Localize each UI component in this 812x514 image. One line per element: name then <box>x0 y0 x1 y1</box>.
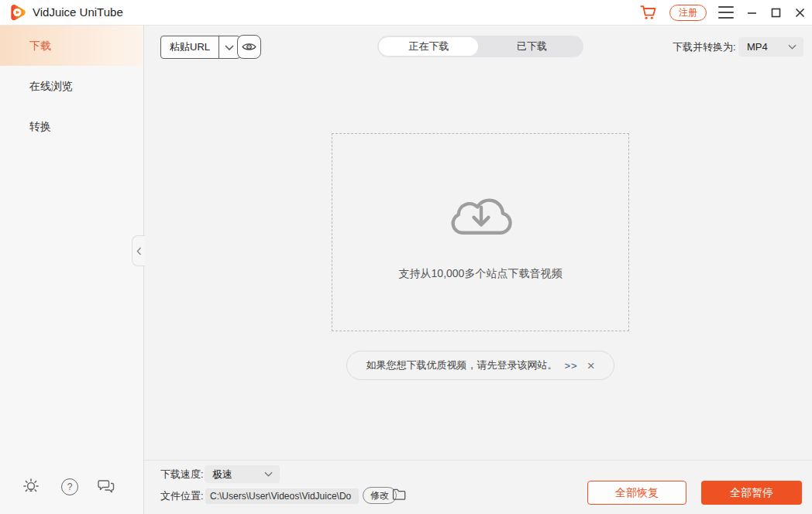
cloud-download-icon <box>441 187 521 248</box>
help-glyph: ? <box>67 481 73 492</box>
sidebar-collapse-handle[interactable] <box>132 235 145 266</box>
open-folder-icon[interactable] <box>392 488 406 503</box>
notice-text: 如果您想下载优质视频，请先登录该网站。 <box>366 358 557 372</box>
resume-all-button[interactable]: 全部恢复 <box>587 481 686 505</box>
file-location-field[interactable]: C:\Users\User\Videos\VidJuice\Do <box>205 488 359 504</box>
sidebar-item-download[interactable]: 下载 <box>0 26 143 66</box>
dropzone: 支持从10,000多个站点下载音视频 <box>332 133 629 331</box>
paste-url-label: 粘贴URL <box>161 36 218 58</box>
sidebar-item-convert[interactable]: 转换 <box>0 106 143 146</box>
download-speed-label: 下载速度: <box>160 465 204 483</box>
help-icon[interactable]: ? <box>61 478 78 495</box>
store-cart-icon[interactable] <box>639 4 658 21</box>
sidebar: 下载 在线浏览 转换 <box>0 26 144 514</box>
title-bar: VidJuice UniTube 注册 <box>0 0 812 26</box>
hamburger-menu-icon[interactable] <box>718 5 734 19</box>
register-button[interactable]: 注册 <box>669 5 707 21</box>
pause-all-button[interactable]: 全部暂停 <box>701 481 802 505</box>
paste-url-button[interactable]: 粘贴URL <box>160 36 240 59</box>
maximize-button[interactable] <box>769 6 782 19</box>
preview-eye-button[interactable] <box>237 35 261 59</box>
minimize-button[interactable] <box>745 6 758 19</box>
convert-to-label: 下载并转换为: <box>673 36 736 57</box>
download-speed-select[interactable]: 极速 <box>205 465 280 483</box>
feedback-chat-icon[interactable] <box>97 479 115 495</box>
tab-downloaded[interactable]: 已下载 <box>480 36 583 57</box>
sidebar-item-online-browse[interactable]: 在线浏览 <box>0 66 143 106</box>
close-button[interactable] <box>793 6 806 19</box>
notice-more-link[interactable]: >> <box>564 360 577 372</box>
notice-close-icon[interactable]: × <box>587 359 595 372</box>
app-logo-icon <box>8 3 27 22</box>
chevron-down-icon <box>788 44 797 50</box>
format-select[interactable]: MP4 <box>738 37 803 57</box>
file-location-label: 文件位置: <box>160 488 204 504</box>
chevron-down-icon <box>264 471 273 477</box>
tab-downloading[interactable]: 正在下载 <box>377 36 480 57</box>
login-notice: 如果您想下载优质视频，请先登录该网站。 >> × <box>346 351 614 380</box>
tips-bulb-icon[interactable] <box>22 477 40 495</box>
download-speed-value: 极速 <box>212 468 232 481</box>
download-tabs: 正在下载 已下载 <box>377 36 583 57</box>
format-value: MP4 <box>747 41 768 53</box>
footer-divider <box>144 460 812 461</box>
dropzone-caption: 支持从10,000多个站点下载音视频 <box>332 267 628 281</box>
app-title: VidJuice UniTube <box>33 0 123 25</box>
app-window: VidJuice UniTube 注册 下载 在线 <box>0 0 812 514</box>
